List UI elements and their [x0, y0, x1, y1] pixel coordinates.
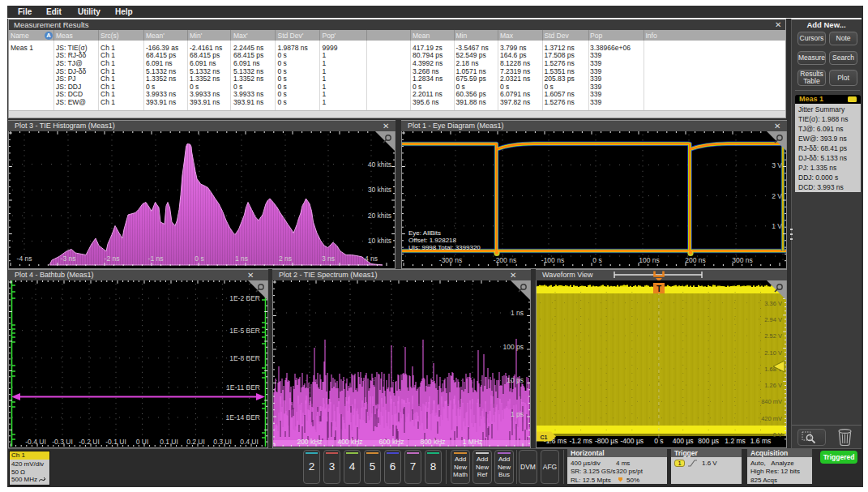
- svg-text:-200 ns: -200 ns: [494, 256, 516, 264]
- svg-text:-4 ns: -4 ns: [17, 255, 32, 263]
- svg-text:0.4 UI: 0.4 UI: [240, 438, 259, 446]
- svg-text:420 mV: 420 mV: [761, 415, 782, 422]
- svg-text:20 khits: 20 khits: [368, 212, 391, 220]
- svg-text:Offset: 1.928218: Offset: 1.928218: [408, 237, 457, 244]
- svg-text:1E-14 BER: 1E-14 BER: [225, 413, 260, 421]
- svg-text:400 µs: 400 µs: [673, 437, 694, 445]
- svg-text:40 khits: 40 khits: [368, 160, 391, 169]
- svg-text:0 s: 0 s: [195, 255, 203, 263]
- svg-text:0 UI: 0 UI: [136, 438, 149, 446]
- svg-text:800 µs: 800 µs: [698, 437, 719, 445]
- svg-text:1 MHz: 1 MHz: [463, 438, 483, 446]
- svg-text:30 khits: 30 khits: [368, 186, 391, 194]
- svg-text:-0.3 UI: -0.3 UI: [52, 438, 73, 446]
- svg-text:1.2 ms: 1.2 ms: [725, 437, 746, 445]
- svg-text:-2 ns: -2 ns: [105, 255, 120, 263]
- svg-text:-800 µs: -800 µs: [595, 437, 618, 445]
- svg-text:-0.2 UI: -0.2 UI: [79, 438, 100, 446]
- svg-text:UIs: 9998 Total: 3399320: UIs: 9998 Total: 3399320: [408, 244, 481, 251]
- svg-text:1E-11 BER: 1E-11 BER: [226, 383, 260, 391]
- svg-text:C1: C1: [541, 434, 548, 440]
- svg-text:-1 ns: -1 ns: [148, 255, 164, 263]
- svg-text:1E-8 BER: 1E-8 BER: [229, 354, 260, 362]
- svg-text:800 kHz: 800 kHz: [420, 438, 445, 446]
- svg-text:2 ns: 2 ns: [279, 255, 292, 263]
- svg-text:2 V: 2 V: [772, 192, 782, 200]
- svg-text:1 ps: 1 ps: [511, 410, 524, 418]
- svg-text:-100 ns: -100 ns: [541, 256, 564, 264]
- svg-text:200 ns: 200 ns: [685, 256, 706, 264]
- svg-text:3 V: 3 V: [772, 161, 782, 169]
- svg-text:4 ns: 4 ns: [365, 255, 378, 263]
- svg-text:0.3 UI: 0.3 UI: [213, 438, 232, 446]
- svg-text:1E-5 BER: 1E-5 BER: [229, 327, 260, 335]
- svg-text:200 kHz: 200 kHz: [297, 438, 322, 446]
- svg-text:-0.4 UI: -0.4 UI: [25, 438, 46, 446]
- svg-text:1 ns: 1 ns: [511, 309, 524, 317]
- svg-text:-300 ns: -300 ns: [439, 256, 462, 264]
- svg-text:300 ns: 300 ns: [732, 256, 753, 264]
- svg-text:0 s: 0 s: [654, 437, 663, 445]
- svg-text:100 ps: 100 ps: [502, 343, 524, 351]
- svg-text:0.2 UI: 0.2 UI: [186, 438, 205, 446]
- svg-text:2.10 V: 2.10 V: [764, 349, 782, 357]
- svg-text:-0.1 UI: -0.1 UI: [105, 438, 126, 446]
- svg-text:600 kHz: 600 kHz: [378, 438, 404, 446]
- svg-text:2.94 V: 2.94 V: [764, 316, 782, 323]
- svg-text:-1.2 ms: -1.2 ms: [569, 437, 592, 445]
- svg-text:0 s: 0 s: [592, 256, 601, 264]
- svg-text:0 V: 0 V: [773, 431, 782, 439]
- svg-text:3.36 V: 3.36 V: [764, 300, 782, 307]
- svg-text:1.26 V: 1.26 V: [764, 382, 782, 389]
- svg-text:1 ns: 1 ns: [235, 255, 248, 263]
- svg-text:-400 µs: -400 µs: [621, 437, 644, 445]
- svg-text:10 ps: 10 ps: [507, 376, 524, 384]
- svg-text:3 ns: 3 ns: [322, 255, 335, 263]
- svg-text:1E-2 BER: 1E-2 BER: [229, 294, 260, 302]
- svg-text:0.1 UI: 0.1 UI: [160, 438, 178, 446]
- svg-text:-3 ns: -3 ns: [61, 255, 76, 263]
- svg-text:2.52 V: 2.52 V: [764, 332, 782, 340]
- svg-text:1.6 ms: 1.6 ms: [750, 437, 772, 445]
- svg-text:840 mV: 840 mV: [761, 398, 782, 405]
- svg-text:T: T: [656, 285, 661, 293]
- svg-text:1 V: 1 V: [772, 222, 782, 230]
- svg-text:Eye: AllBits: Eye: AllBits: [408, 229, 441, 237]
- svg-text:100 ns: 100 ns: [639, 256, 660, 264]
- svg-text:10 khits: 10 khits: [368, 237, 391, 245]
- svg-text:400 kHz: 400 kHz: [337, 438, 362, 446]
